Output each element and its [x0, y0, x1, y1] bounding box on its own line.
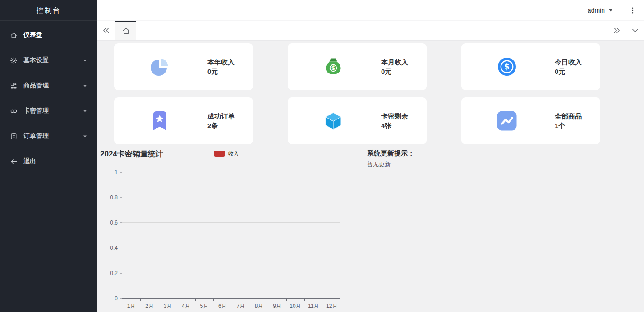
tabs-scroll-left-button[interactable] — [97, 21, 115, 40]
x-axis-tick-label: 11月 — [308, 303, 319, 310]
tabbar — [97, 21, 644, 41]
y-axis-tick — [120, 172, 122, 173]
chart-gridline — [122, 197, 340, 197]
tab-home[interactable] — [115, 21, 136, 40]
tabs-menu-button[interactable] — [626, 21, 644, 40]
stat-card-value: 0元 — [555, 67, 582, 76]
svg-text:$: $ — [504, 62, 510, 71]
x-axis-tick-label: 12月 — [326, 303, 337, 310]
stat-card-value: 0元 — [381, 67, 408, 76]
stat-card-value: 0元 — [207, 67, 235, 76]
update-panel-content: 暂无更新 — [367, 161, 414, 169]
x-axis-tick — [159, 299, 159, 301]
x-axis-tick-label: 4月 — [182, 303, 190, 310]
chart-plot-wrap: 00.20.40.60.81 1月2月3月4月5月6月7月8月9月10月11月1… — [100, 172, 357, 311]
dashboard-content: 本年收入 0元 $ 本月收入 0元 $ 今日收入 0元 — [97, 41, 644, 312]
x-axis-tick — [286, 299, 287, 301]
kebab-menu-icon[interactable] — [629, 6, 637, 14]
sidebar-item[interactable]: 退出 — [0, 149, 97, 174]
money-bag-icon: $ — [322, 56, 344, 78]
bottom-section: 2024卡密销量统计 收入 00.20.40.60.81 1月2月3月4月5月6… — [97, 144, 644, 311]
x-axis-tick-label: 1月 — [127, 303, 136, 310]
arrow-left-icon — [10, 158, 18, 165]
topbar: admin — [97, 0, 644, 21]
clipboard-icon — [10, 133, 18, 140]
stat-card: $ 本月收入 0元 — [288, 43, 427, 90]
caret-down-icon — [608, 8, 613, 13]
sidebar-item[interactable]: 基本设置 — [0, 48, 97, 73]
stat-card-value: 4张 — [381, 121, 408, 130]
stat-card: $ 今日收入 0元 — [461, 43, 600, 90]
chevron-down-icon — [82, 83, 88, 89]
sidebar-item-label: 订单管理 — [23, 132, 82, 140]
sidebar-item[interactable]: 卡密管理 — [0, 98, 97, 124]
x-axis-tick — [250, 299, 250, 301]
app-title: 控制台 — [0, 0, 97, 21]
chart-gridline — [122, 222, 340, 223]
tabbar-spacer — [136, 21, 607, 40]
chevrons-left-icon — [102, 26, 110, 35]
star-bookmark-icon — [149, 110, 170, 132]
chart-gridline — [122, 273, 340, 273]
sidebar: 控制台 仪表盘 基本设置 商品管理 卡密管理 — [0, 0, 97, 312]
x-axis-tick-label: 3月 — [164, 303, 172, 310]
legend-swatch — [214, 151, 225, 157]
stat-card-text: 成功订单 2条 — [207, 111, 235, 130]
user-menu[interactable]: admin — [588, 7, 613, 14]
x-axis-tick — [304, 299, 305, 301]
stat-card-title: 成功订单 — [207, 111, 235, 121]
chart-xlabels: 1月2月3月4月5月6月7月8月9月10月11月12月 — [122, 299, 341, 311]
x-axis-tick — [213, 299, 214, 301]
svg-text:$: $ — [331, 65, 335, 71]
stat-card: 卡密剩余 4张 — [288, 97, 427, 144]
x-axis-tick-label: 7月 — [236, 303, 245, 310]
legend-label: 收入 — [228, 150, 239, 158]
y-axis-tick — [120, 197, 122, 198]
sidebar-item-label: 卡密管理 — [23, 107, 82, 115]
stat-card-value: 1个 — [555, 121, 582, 130]
stat-card-title: 本月收入 — [381, 57, 408, 67]
sidebar-item-label: 商品管理 — [23, 82, 82, 90]
chart-header: 2024卡密销量统计 收入 — [100, 148, 357, 159]
x-axis-tick-label: 6月 — [218, 303, 227, 310]
sidebar-item[interactable]: 仪表盘 — [0, 23, 97, 48]
home-icon — [122, 27, 130, 35]
stat-card-text: 本月收入 0元 — [381, 57, 408, 76]
chart-section: 2024卡密销量统计 收入 00.20.40.60.81 1月2月3月4月5月6… — [100, 148, 357, 311]
x-axis-tick — [232, 299, 232, 301]
update-panel: 系统更新提示： 暂无更新 — [357, 148, 414, 311]
gear-icon — [10, 57, 18, 64]
chart-plot: 00.20.40.60.81 — [122, 172, 340, 299]
y-axis-tick — [120, 223, 122, 223]
stat-card: 本年收入 0元 — [114, 43, 253, 90]
home-icon — [10, 32, 18, 39]
x-axis-tick-label: 10月 — [290, 303, 301, 310]
x-axis-tick-label: 2月 — [145, 303, 154, 310]
main-area: admin — [97, 0, 644, 312]
x-axis-tick-label: 5月 — [200, 303, 209, 310]
chevrons-right-icon — [612, 26, 621, 35]
stat-card: 成功订单 2条 — [114, 97, 253, 144]
tabs-scroll-right-button[interactable] — [607, 21, 626, 40]
stat-card-value: 2条 — [207, 121, 235, 130]
x-axis-tick — [140, 299, 141, 301]
x-axis-tick — [341, 299, 341, 301]
y-axis-tick-label: 0 — [115, 295, 118, 302]
stat-card: 全部商品 1个 — [461, 97, 600, 144]
y-axis-tick — [120, 298, 122, 299]
x-axis-tick-label: 8月 — [255, 303, 263, 310]
x-axis-tick — [177, 299, 177, 301]
update-panel-title: 系统更新提示： — [367, 149, 414, 158]
chart-legend-item[interactable]: 收入 — [214, 150, 239, 158]
sidebar-item[interactable]: 订单管理 — [0, 124, 97, 149]
stat-card-title: 卡密剩余 — [381, 111, 408, 121]
y-axis-tick — [120, 248, 122, 248]
grid-icon — [10, 82, 18, 90]
y-axis-tick-label: 0.4 — [110, 245, 118, 251]
sidebar-item[interactable]: 商品管理 — [0, 73, 97, 98]
y-axis-tick-label: 0.2 — [110, 270, 118, 276]
chevron-down-icon — [82, 108, 88, 114]
chart-gridline — [122, 172, 340, 172]
y-axis-tick — [120, 273, 122, 274]
stat-card-text: 本年收入 0元 — [207, 57, 235, 76]
